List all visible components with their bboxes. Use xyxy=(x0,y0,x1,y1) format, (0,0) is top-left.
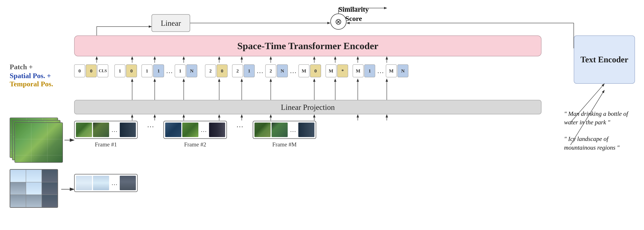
transformer-encoder-box: Space-Time Transformer Encoder xyxy=(74,35,542,56)
linear-box: Linear xyxy=(152,14,190,32)
image-grid xyxy=(10,169,58,208)
token-2-0-b: 0 xyxy=(216,64,228,77)
token-m-1-b: 1 xyxy=(364,64,375,77)
frameM-patches: … xyxy=(253,121,316,139)
text-encoder-label: Text Encoder xyxy=(580,54,628,65)
dots-fm: … xyxy=(289,123,297,137)
dots-2: … xyxy=(255,67,265,75)
ig-cell-8 xyxy=(26,195,42,207)
img-patch-3 xyxy=(120,176,136,190)
frame1-tokenN-group: 1 N xyxy=(175,64,197,77)
frame2-token0-group: 2 0 xyxy=(205,64,228,77)
diagram-container: Space-Time Transformer Encoder Text Enco… xyxy=(0,0,644,230)
image-source xyxy=(10,169,58,208)
frame2-patches: … xyxy=(164,121,227,139)
dots-1: … xyxy=(165,67,174,75)
patch-f2-1 xyxy=(165,123,181,137)
patch-label: Patch + xyxy=(10,63,71,71)
multiply-circle: ⊗ xyxy=(330,13,346,30)
dots-between-frames-1: … xyxy=(147,121,154,129)
temporal-label: Temporal Pos. xyxy=(10,80,71,88)
frame2-label: Frame #2 xyxy=(184,141,206,148)
spatial-label: Spatial Pos. + xyxy=(10,72,71,80)
frameM-token1-group: M 1 xyxy=(352,64,375,77)
token-2-1-a: 2 xyxy=(232,64,243,77)
frames-row: … Frame #1 … … Frame #2 … xyxy=(74,121,316,148)
ig-cell-5 xyxy=(26,182,42,195)
frame1-group: … Frame #1 xyxy=(74,121,138,148)
frameM-group: … Frame #M xyxy=(253,121,316,148)
frameM-tokenN-group: M N xyxy=(386,64,408,77)
ig-cell-1 xyxy=(10,170,26,182)
token-1-n-b: N xyxy=(186,64,197,77)
video-frame-front xyxy=(14,122,63,163)
patch-f1-1 xyxy=(76,123,92,137)
text-query-2: Icy landscape of mountainous regions xyxy=(564,135,638,152)
token-row: 0 0 CLS 1 0 1 1 … 1 N 2 0 2 1 … xyxy=(74,63,542,79)
frameM-token0-group: M 0 xyxy=(298,64,321,77)
frame2-token1-group: 2 1 xyxy=(232,64,255,77)
img-patch-1 xyxy=(76,176,92,190)
frame2-tokenN-group: 2 N xyxy=(265,64,288,77)
text-query-1: Man drinking a bottle of water in the pa… xyxy=(564,110,638,127)
video-source xyxy=(10,118,64,163)
ig-cell-3 xyxy=(42,170,58,182)
token-1-1-b: 1 xyxy=(153,64,164,77)
token-1-1-a: 1 xyxy=(142,64,152,77)
cls-group: 0 0 CLS xyxy=(74,64,108,77)
frame1-label: Frame #1 xyxy=(95,141,117,148)
token-2-n-b: N xyxy=(277,64,288,77)
transformer-label: Space-Time Transformer Encoder xyxy=(237,40,378,51)
linear-proj-box: Linear Projection xyxy=(74,100,542,114)
dots-3: … xyxy=(288,67,298,75)
token-1-0-a: 1 xyxy=(114,64,126,77)
token-m-n-b: N xyxy=(398,64,408,77)
patch-fm-1 xyxy=(254,123,270,137)
token-m-star-a: M xyxy=(326,64,336,77)
dots-4: … xyxy=(376,67,385,75)
img-patch-2 xyxy=(93,176,109,190)
token-0-1: 0 xyxy=(86,64,97,77)
linear-label: Linear xyxy=(161,19,181,27)
dots-f2: … xyxy=(199,123,208,137)
dots-f1: … xyxy=(110,123,119,137)
token-m-0-b: 0 xyxy=(310,64,321,77)
token-1-0-b: 0 xyxy=(126,64,137,77)
token-cls: CLS xyxy=(97,64,108,77)
video-stack xyxy=(10,118,64,163)
frameM-label: Frame #M xyxy=(272,141,297,148)
ig-cell-4 xyxy=(10,182,26,195)
arrows-overlay xyxy=(0,0,644,230)
token-2-n-a: 2 xyxy=(265,64,276,77)
patch-f2-3 xyxy=(209,123,225,137)
token-m-n-a: M xyxy=(386,64,397,77)
frame1-token-group: 1 0 xyxy=(114,64,137,77)
token-m-1-a: M xyxy=(352,64,364,77)
token-2-1-b: 1 xyxy=(244,64,255,77)
multiply-symbol: ⊗ xyxy=(335,17,342,26)
left-labels: Patch + Spatial Pos. + Temporal Pos. xyxy=(10,63,71,88)
image-patches-row: … xyxy=(74,174,138,192)
frameM-tokenstar-group: M * xyxy=(326,64,348,77)
patch-f1-3 xyxy=(120,123,136,137)
frame2-group: … Frame #2 xyxy=(164,121,227,148)
token-m-0-a: M xyxy=(298,64,310,77)
ig-cell-9 xyxy=(42,195,58,207)
patch-fm-2 xyxy=(272,123,288,137)
token-0-0: 0 xyxy=(74,64,85,77)
token-1-n-a: 1 xyxy=(175,64,186,77)
frame1-token1-group: 1 1 xyxy=(142,64,164,77)
ig-cell-2 xyxy=(26,170,42,182)
text-queries: Man drinking a bottle of water in the pa… xyxy=(564,110,638,160)
linear-proj-label: Linear Projection xyxy=(281,103,335,112)
patch-f1-2 xyxy=(93,123,109,137)
ig-cell-7 xyxy=(10,195,26,207)
frame1-patches: … xyxy=(74,121,138,139)
patch-f2-2 xyxy=(182,123,198,137)
patch-fm-3 xyxy=(298,123,314,137)
dots-img: … xyxy=(110,179,119,187)
ig-cell-6 xyxy=(42,182,58,195)
text-encoder-box: Text Encoder xyxy=(574,35,635,84)
token-2-0-a: 2 xyxy=(205,64,216,77)
token-m-star-b: * xyxy=(337,64,348,77)
